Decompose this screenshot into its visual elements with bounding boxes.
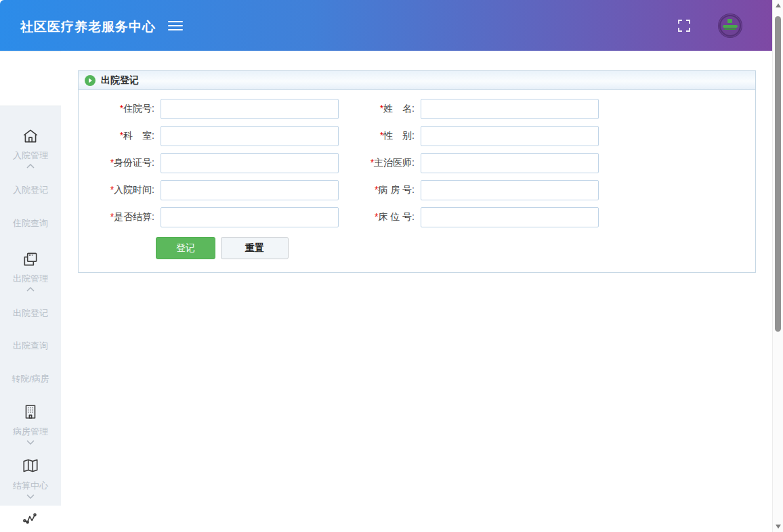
home-icon (22, 127, 39, 145)
field-label-text: 住院号: (123, 103, 154, 114)
sidebar-top-panel (0, 51, 61, 106)
field-label-text: 床 位 号: (378, 211, 415, 222)
input-gender[interactable] (421, 126, 599, 146)
input-ward-no[interactable] (421, 180, 599, 200)
input-settled-flag[interactable] (161, 207, 339, 227)
field-label: *是否结算: (79, 211, 161, 223)
field-label: *病 房 号: (339, 184, 421, 196)
panel-title: 出院登记 (101, 74, 139, 87)
input-attending-doctor[interactable] (421, 153, 599, 173)
scrollbar-down-arrow[interactable] (776, 525, 781, 529)
copy-icon (22, 250, 39, 268)
pulse-icon (22, 510, 39, 527)
form-row: *是否结算: *床 位 号: (79, 204, 755, 231)
field-label: *身份证号: (79, 157, 161, 169)
map-icon (22, 458, 39, 475)
field-label: *入院时间: (79, 184, 161, 196)
form-row: *科 室: *性 别: (79, 123, 755, 150)
sidebar-group-label: 出院管理 (13, 273, 48, 285)
button-row: 登记 重置 (79, 237, 755, 259)
menu-icon[interactable] (168, 21, 183, 30)
field-label: *住院号: (79, 103, 161, 115)
input-department[interactable] (161, 126, 339, 146)
sidebar-group-admission[interactable]: 入院管理 (0, 127, 61, 169)
sidebar-group-settlement[interactable]: 结算中心 (0, 458, 61, 499)
field-label-text: 性 别: (383, 130, 415, 141)
sidebar-group-label: 病房管理 (13, 426, 48, 438)
play-icon (85, 75, 96, 86)
sidebar-group-ward[interactable]: 病房管理 (0, 403, 61, 445)
field-label: *主治医师: (339, 157, 421, 169)
building-icon (22, 403, 39, 421)
form-row: *入院时间: *病 房 号: (79, 177, 755, 204)
field-label-text: 是否结算: (114, 211, 154, 222)
app-title: 社区医疗养老服务中心 (20, 18, 156, 36)
sidebar-item-inpatient-query[interactable]: 住院查询 (0, 217, 61, 229)
chevron-down-icon (26, 440, 35, 445)
sidebar: 入院管理 入院登记 住院查询 出院管理 出院登记 出院查询 转院/病房 (0, 51, 61, 532)
field-label: *性 别: (339, 130, 421, 142)
scrollbar-up-arrow[interactable] (776, 3, 781, 7)
panel-header: 出院登记 (79, 71, 755, 90)
register-button[interactable]: 登记 (156, 237, 215, 259)
sidebar-group-label: 结算中心 (13, 480, 48, 492)
sidebar-item-transfer-ward[interactable]: 转院/病房 (0, 373, 61, 385)
sidebar-group-statistics[interactable] (0, 510, 61, 527)
input-patient-name[interactable] (421, 99, 599, 119)
sidebar-item-discharge-query[interactable]: 出院查询 (0, 340, 61, 352)
field-label-text: 科 室: (123, 130, 154, 141)
field-label-text: 病 房 号: (378, 184, 415, 195)
field-label-text: 姓 名: (383, 103, 415, 114)
chevron-up-icon (26, 164, 35, 169)
sidebar-group-discharge[interactable]: 出院管理 (0, 250, 61, 292)
input-id-card-no[interactable] (161, 153, 339, 173)
field-label: *姓 名: (339, 103, 421, 115)
input-bed-no[interactable] (421, 207, 599, 227)
reset-button[interactable]: 重置 (221, 237, 289, 259)
avatar[interactable] (718, 14, 742, 38)
app-header: 社区医疗养老服务中心 (0, 0, 772, 51)
form-row: *住院号: *姓 名: (79, 95, 755, 123)
field-label: *科 室: (79, 130, 161, 142)
discharge-register-panel: 出院登记 *住院号: *姓 名: *科 室: *性 别: *身份证号: *主治医… (78, 70, 756, 273)
sidebar-group-label: 入院管理 (13, 150, 48, 162)
scrollbar-track[interactable] (772, 0, 783, 532)
field-label-text: 主治医师: (374, 157, 415, 168)
discharge-form: *住院号: *姓 名: *科 室: *性 别: *身份证号: *主治医师: *入… (79, 90, 755, 259)
field-label-text: 入院时间: (114, 184, 154, 195)
fullscreen-icon[interactable] (677, 18, 692, 33)
chevron-up-icon (26, 287, 35, 292)
field-label: *床 位 号: (339, 211, 421, 223)
input-admission-no[interactable] (161, 99, 339, 119)
field-label-text: 身份证号: (114, 157, 154, 168)
sidebar-item-discharge-register[interactable]: 出院登记 (0, 307, 61, 319)
chevron-down-icon (26, 494, 35, 499)
content-area: 出院登记 *住院号: *姓 名: *科 室: *性 别: *身份证号: *主治医… (61, 51, 772, 532)
form-row: *身份证号: *主治医师: (79, 150, 755, 177)
scrollbar-thumb[interactable] (775, 16, 781, 332)
sidebar-item-admission-register[interactable]: 入院登记 (0, 184, 61, 196)
input-admission-time[interactable] (161, 180, 339, 200)
